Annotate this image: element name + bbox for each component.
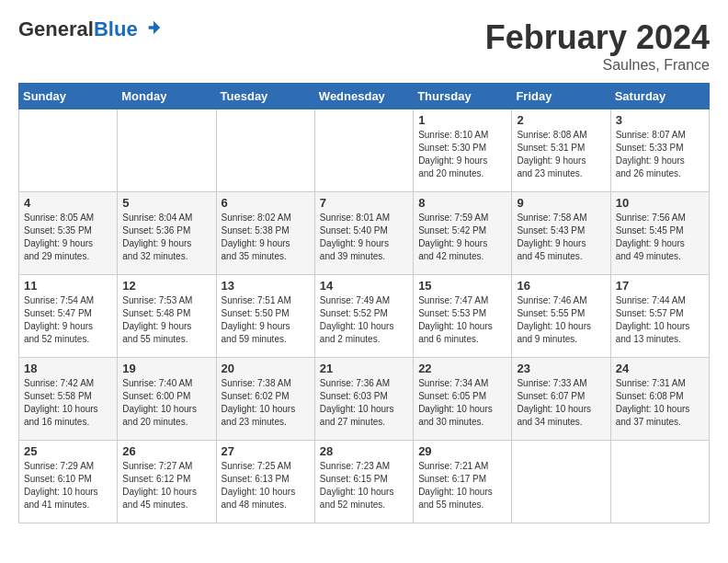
location-title: Saulnes, France	[485, 57, 710, 74]
day-info: Sunrise: 7:25 AM Sunset: 6:13 PM Dayligh…	[222, 460, 310, 511]
calendar-cell: 11Sunrise: 7:54 AM Sunset: 5:47 PM Dayli…	[19, 275, 118, 358]
calendar-week-row: 11Sunrise: 7:54 AM Sunset: 5:47 PM Dayli…	[19, 275, 710, 358]
day-number: 10	[616, 196, 704, 210]
day-number: 20	[222, 362, 310, 375]
day-info: Sunrise: 8:02 AM Sunset: 5:38 PM Dayligh…	[222, 212, 310, 263]
calendar-cell: 4Sunrise: 8:05 AM Sunset: 5:35 PM Daylig…	[19, 192, 118, 275]
day-number: 27	[222, 444, 310, 458]
calendar-cell: 3Sunrise: 8:07 AM Sunset: 5:33 PM Daylig…	[610, 109, 709, 192]
day-number: 3	[616, 113, 704, 127]
calendar-cell: 26Sunrise: 7:27 AM Sunset: 6:12 PM Dayli…	[118, 441, 216, 523]
logo-general-text: General	[18, 17, 94, 40]
day-info: Sunrise: 7:27 AM Sunset: 6:12 PM Dayligh…	[122, 460, 210, 511]
calendar-cell: 23Sunrise: 7:33 AM Sunset: 6:07 PM Dayli…	[512, 358, 610, 441]
day-number: 29	[418, 444, 506, 458]
weekday-header-sunday: Sunday	[19, 84, 118, 109]
month-title: February 2024	[485, 18, 710, 57]
page-header: GeneralBlue February 2024 Saulnes, Franc…	[18, 18, 710, 74]
logo-blue-text: Blue	[94, 17, 138, 40]
weekday-header-friday: Friday	[512, 84, 610, 109]
day-info: Sunrise: 8:01 AM Sunset: 5:40 PM Dayligh…	[320, 212, 408, 263]
title-block: February 2024 Saulnes, France	[485, 18, 710, 74]
calendar-cell: 20Sunrise: 7:38 AM Sunset: 6:02 PM Dayli…	[216, 358, 314, 441]
day-number: 16	[517, 279, 605, 293]
day-info: Sunrise: 7:58 AM Sunset: 5:43 PM Dayligh…	[517, 212, 605, 263]
calendar-cell	[216, 109, 314, 192]
day-info: Sunrise: 7:29 AM Sunset: 6:10 PM Dayligh…	[24, 460, 112, 511]
weekday-header-wednesday: Wednesday	[314, 84, 413, 109]
day-info: Sunrise: 7:40 AM Sunset: 6:00 PM Dayligh…	[122, 377, 210, 429]
day-number: 19	[122, 362, 210, 375]
calendar-cell: 9Sunrise: 7:58 AM Sunset: 5:43 PM Daylig…	[512, 192, 610, 275]
calendar-cell	[118, 109, 216, 192]
day-number: 13	[222, 279, 310, 293]
calendar-cell: 2Sunrise: 8:08 AM Sunset: 5:31 PM Daylig…	[512, 109, 610, 192]
day-info: Sunrise: 7:21 AM Sunset: 6:17 PM Dayligh…	[418, 460, 506, 511]
calendar-cell: 1Sunrise: 8:10 AM Sunset: 5:30 PM Daylig…	[414, 109, 512, 192]
day-number: 25	[24, 444, 112, 458]
day-info: Sunrise: 7:47 AM Sunset: 5:53 PM Dayligh…	[418, 294, 506, 346]
calendar-cell: 7Sunrise: 8:01 AM Sunset: 5:40 PM Daylig…	[314, 192, 413, 275]
day-info: Sunrise: 8:10 AM Sunset: 5:30 PM Dayligh…	[418, 129, 506, 180]
calendar-cell	[610, 441, 709, 523]
day-number: 22	[418, 362, 506, 375]
day-info: Sunrise: 8:07 AM Sunset: 5:33 PM Dayligh…	[616, 129, 704, 180]
weekday-header-thursday: Thursday	[414, 84, 512, 109]
day-info: Sunrise: 8:08 AM Sunset: 5:31 PM Dayligh…	[517, 129, 605, 180]
day-info: Sunrise: 7:46 AM Sunset: 5:55 PM Dayligh…	[517, 294, 605, 346]
calendar-cell	[512, 441, 610, 523]
day-number: 12	[122, 279, 210, 293]
calendar-cell: 13Sunrise: 7:51 AM Sunset: 5:50 PM Dayli…	[216, 275, 314, 358]
day-number: 2	[517, 113, 605, 127]
day-info: Sunrise: 7:56 AM Sunset: 5:45 PM Dayligh…	[616, 212, 704, 263]
day-info: Sunrise: 7:36 AM Sunset: 6:03 PM Dayligh…	[320, 377, 408, 429]
day-number: 26	[122, 444, 210, 458]
weekday-header-tuesday: Tuesday	[216, 84, 314, 109]
calendar-cell: 27Sunrise: 7:25 AM Sunset: 6:13 PM Dayli…	[216, 441, 314, 523]
calendar-header-row: SundayMondayTuesdayWednesdayThursdayFrid…	[19, 84, 710, 109]
calendar-cell: 10Sunrise: 7:56 AM Sunset: 5:45 PM Dayli…	[610, 192, 709, 275]
calendar-cell: 24Sunrise: 7:31 AM Sunset: 6:08 PM Dayli…	[610, 358, 709, 441]
day-number: 23	[517, 362, 605, 375]
calendar-week-row: 25Sunrise: 7:29 AM Sunset: 6:10 PM Dayli…	[19, 441, 710, 523]
day-number: 15	[418, 279, 506, 293]
day-number: 21	[320, 362, 408, 375]
day-info: Sunrise: 8:05 AM Sunset: 5:35 PM Dayligh…	[24, 212, 112, 263]
day-info: Sunrise: 8:04 AM Sunset: 5:36 PM Dayligh…	[122, 212, 210, 263]
day-info: Sunrise: 7:42 AM Sunset: 5:58 PM Dayligh…	[24, 377, 112, 429]
day-number: 11	[24, 279, 112, 293]
day-number: 7	[320, 196, 408, 210]
day-info: Sunrise: 7:23 AM Sunset: 6:15 PM Dayligh…	[320, 460, 408, 511]
weekday-header-monday: Monday	[118, 84, 216, 109]
day-number: 14	[320, 279, 408, 293]
day-number: 4	[24, 196, 112, 210]
day-number: 17	[616, 279, 704, 293]
calendar-cell	[19, 109, 118, 192]
calendar-body: 1Sunrise: 8:10 AM Sunset: 5:30 PM Daylig…	[19, 109, 710, 523]
day-number: 6	[222, 196, 310, 210]
day-number: 9	[517, 196, 605, 210]
day-number: 1	[418, 113, 506, 127]
calendar-cell: 6Sunrise: 8:02 AM Sunset: 5:38 PM Daylig…	[216, 192, 314, 275]
calendar-cell: 17Sunrise: 7:44 AM Sunset: 5:57 PM Dayli…	[610, 275, 709, 358]
day-info: Sunrise: 7:38 AM Sunset: 6:02 PM Dayligh…	[222, 377, 310, 429]
weekday-header-saturday: Saturday	[610, 84, 709, 109]
calendar-cell: 28Sunrise: 7:23 AM Sunset: 6:15 PM Dayli…	[314, 441, 413, 523]
calendar-cell: 8Sunrise: 7:59 AM Sunset: 5:42 PM Daylig…	[414, 192, 512, 275]
day-info: Sunrise: 7:49 AM Sunset: 5:52 PM Dayligh…	[320, 294, 408, 346]
logo: GeneralBlue	[18, 18, 162, 40]
calendar-cell: 16Sunrise: 7:46 AM Sunset: 5:55 PM Dayli…	[512, 275, 610, 358]
calendar-week-row: 1Sunrise: 8:10 AM Sunset: 5:30 PM Daylig…	[19, 109, 710, 192]
day-info: Sunrise: 7:54 AM Sunset: 5:47 PM Dayligh…	[24, 294, 112, 346]
calendar-table: SundayMondayTuesdayWednesdayThursdayFrid…	[18, 83, 710, 523]
day-number: 24	[616, 362, 704, 375]
day-number: 28	[320, 444, 408, 458]
calendar-cell: 21Sunrise: 7:36 AM Sunset: 6:03 PM Dayli…	[314, 358, 413, 441]
day-number: 18	[24, 362, 112, 375]
day-number: 5	[122, 196, 210, 210]
calendar-cell: 12Sunrise: 7:53 AM Sunset: 5:48 PM Dayli…	[118, 275, 216, 358]
day-info: Sunrise: 7:51 AM Sunset: 5:50 PM Dayligh…	[222, 294, 310, 346]
day-info: Sunrise: 7:53 AM Sunset: 5:48 PM Dayligh…	[122, 294, 210, 346]
calendar-cell	[314, 109, 413, 192]
calendar-week-row: 18Sunrise: 7:42 AM Sunset: 5:58 PM Dayli…	[19, 358, 710, 441]
